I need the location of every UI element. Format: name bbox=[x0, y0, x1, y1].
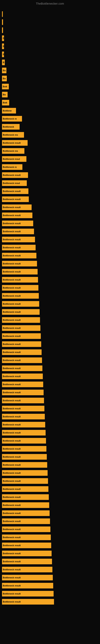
bar-row: B bbox=[2, 42, 98, 50]
bar-row: Bottleneck result bbox=[2, 252, 98, 260]
bottleneck-bar: Bottleneck result bbox=[2, 253, 36, 258]
bottleneck-bar: B bbox=[2, 44, 4, 49]
bar-label: Bottleneck result bbox=[3, 335, 21, 337]
bar-row bbox=[2, 10, 98, 18]
bar-row: Bottleneck result bbox=[2, 348, 98, 356]
bar-row: Bo bbox=[2, 66, 98, 74]
bar-label: Bottleneck result bbox=[3, 286, 21, 289]
bar-row: Bottleneck result bbox=[2, 364, 98, 372]
bottleneck-bar: Bottleneck result bbox=[2, 285, 38, 290]
bar-row: Bottleneck result bbox=[2, 445, 98, 452]
bar-row: Bottleneck result bbox=[2, 324, 98, 332]
bottleneck-bar: Bottleneck result bbox=[2, 382, 43, 387]
bottleneck-bar: B bbox=[2, 60, 5, 65]
bar-row bbox=[2, 26, 98, 34]
bottleneck-bar: Bottleneck result bbox=[2, 398, 44, 403]
bar-row: Bottleneck resul bbox=[2, 155, 98, 163]
bottleneck-bar: Bottleneck result bbox=[2, 277, 38, 282]
bottleneck-bar: Bottleneck result bbox=[2, 526, 50, 532]
bar-row: Bottleneck result bbox=[2, 139, 98, 147]
bottleneck-bar: Bott bbox=[2, 84, 9, 89]
bars-container: BBBBBoBoBottBoBottBottleneBottleneck reB… bbox=[0, 6, 100, 608]
bar-label: Bottleneck re bbox=[3, 118, 17, 120]
bar-row: Bottlene bbox=[2, 107, 98, 114]
bottleneck-bar: Bottleneck result bbox=[2, 510, 50, 516]
bar-row: Bottleneck result bbox=[2, 372, 98, 380]
bar-row: Bottleneck result bbox=[2, 284, 98, 292]
bar-label: Bottleneck result bbox=[3, 198, 21, 200]
bar-label: Bo bbox=[3, 94, 6, 96]
bottleneck-bar: B bbox=[2, 36, 4, 41]
bar-row: Bottleneck result bbox=[2, 526, 98, 533]
bottleneck-bar: Bottleneck result bbox=[2, 349, 42, 355]
bar-label: Bottleneck result bbox=[3, 472, 21, 474]
bar-label: Bottleneck result bbox=[3, 262, 21, 265]
bar-label: Bottleneck result bbox=[3, 238, 21, 241]
bottleneck-bar bbox=[2, 27, 3, 33]
bar-label: Bottleneck result bbox=[3, 142, 21, 144]
bottleneck-bar: Bottleneck result bbox=[2, 591, 53, 596]
bar-label: Bottleneck result bbox=[3, 214, 21, 216]
bar-label: Bottleneck result bbox=[3, 246, 21, 249]
bar-row: Bottleneck result bbox=[2, 332, 98, 340]
bottleneck-bar: Bottleneck result bbox=[2, 237, 35, 242]
bar-row: Bottleneck result bbox=[2, 260, 98, 268]
bar-label: Bottleneck bbox=[3, 126, 14, 128]
bar-row: Bottleneck result bbox=[2, 598, 98, 606]
bar-label: Bottleneck result bbox=[3, 432, 21, 434]
bar-row: Bottleneck result bbox=[2, 453, 98, 461]
bar-row: Bottleneck result bbox=[2, 228, 98, 235]
bottleneck-bar: Bottleneck result bbox=[2, 317, 40, 323]
bar-row: Bottleneck result bbox=[2, 437, 98, 444]
bottleneck-bar: Bottleneck result bbox=[2, 422, 45, 428]
bar-row: Bottleneck result bbox=[2, 187, 98, 195]
bottleneck-bar: Bottleneck result bbox=[2, 341, 41, 347]
bottleneck-bar: Bottleneck result bbox=[2, 204, 32, 210]
bar-label: Bottleneck res bbox=[3, 150, 18, 152]
bar-label: Bottleneck result bbox=[3, 536, 21, 538]
bottleneck-bar: Bottleneck result bbox=[2, 542, 51, 548]
bar-row: Bottleneck result bbox=[2, 244, 98, 251]
bar-row: Bo bbox=[2, 91, 98, 98]
bar-label: Bottleneck result bbox=[3, 303, 21, 305]
bar-label: Bottleneck result bbox=[3, 568, 21, 571]
bar-row: Bottleneck result bbox=[2, 212, 98, 219]
bottleneck-bar: Bottleneck result bbox=[2, 228, 34, 234]
bar-row: Bottleneck re bbox=[2, 115, 98, 122]
bottleneck-bar: Bottleneck result bbox=[2, 196, 29, 202]
bar-label: Bottleneck result bbox=[3, 375, 21, 378]
bar-label: Bottleneck result bbox=[3, 174, 21, 176]
bar-row: Bottleneck result bbox=[2, 485, 98, 493]
bar-row: Bottleneck result bbox=[2, 509, 98, 517]
bar-label: Bottleneck result bbox=[3, 480, 21, 482]
bottleneck-bar: Bottleneck resul bbox=[2, 180, 27, 186]
bottleneck-bar: Bottleneck res bbox=[2, 148, 24, 154]
bottleneck-bar: B bbox=[2, 52, 4, 57]
bar-row: Bottleneck result bbox=[2, 550, 98, 557]
bottleneck-bar: Bott bbox=[2, 100, 9, 106]
bar-label: Bottleneck result bbox=[3, 456, 21, 458]
bar-label: Bottleneck re bbox=[3, 166, 17, 168]
bar-row: Bott bbox=[2, 83, 98, 90]
bottleneck-bar: Bottleneck result bbox=[2, 550, 51, 556]
bottleneck-bar: Bottleneck result bbox=[2, 414, 45, 420]
bar-label: Bo bbox=[3, 69, 6, 72]
bar-label: Bottleneck result bbox=[3, 552, 21, 555]
bar-label: Bottleneck result bbox=[3, 488, 21, 490]
bar-label: Bottlene bbox=[3, 110, 12, 112]
bar-label: Bottleneck result bbox=[3, 424, 21, 426]
bottleneck-bar: Bottleneck result bbox=[2, 366, 42, 371]
bottleneck-bar: Bottleneck result bbox=[2, 374, 43, 379]
bar-row: Bottleneck result bbox=[2, 236, 98, 243]
bar-row: Bottleneck res bbox=[2, 147, 98, 155]
bar-label: Bottleneck result bbox=[3, 383, 21, 386]
bar-label: B bbox=[3, 61, 4, 64]
bar-row: Bottleneck result bbox=[2, 582, 98, 590]
bottleneck-bar: Bottlene bbox=[2, 108, 16, 114]
bar-row: Bottleneck result bbox=[2, 542, 98, 549]
bottleneck-bar: Bottleneck result bbox=[2, 188, 28, 194]
site-title: TheBottlenecker.com bbox=[0, 0, 100, 6]
bar-label: Bottleneck result bbox=[3, 343, 21, 345]
bar-row: Bottleneck result bbox=[2, 493, 98, 501]
bar-row: Bottleneck result bbox=[2, 469, 98, 477]
